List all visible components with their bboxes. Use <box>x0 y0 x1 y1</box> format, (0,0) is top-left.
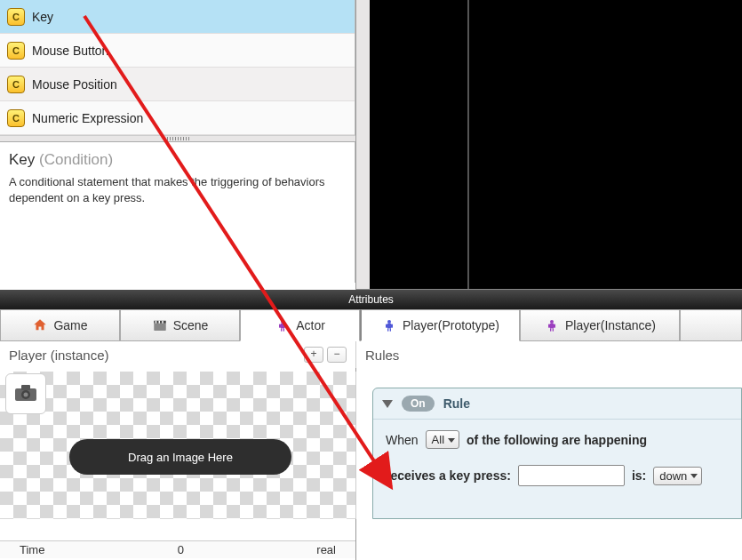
svg-rect-18 <box>550 324 554 328</box>
tab-game[interactable]: Game <box>0 309 120 341</box>
condition-item-numeric-expression[interactable]: C Numeric Expression <box>0 101 355 135</box>
collapse-icon[interactable] <box>382 400 393 408</box>
svg-rect-19 <box>548 324 550 328</box>
when-tail-label: of the following are happening <box>467 433 647 447</box>
svg-rect-2 <box>155 321 156 324</box>
svg-rect-0 <box>154 324 166 331</box>
svg-point-5 <box>281 320 284 324</box>
description-panel: Key (Condition) A conditional statement … <box>0 142 355 283</box>
svg-point-11 <box>387 320 391 324</box>
stage-preview[interactable] <box>356 0 742 290</box>
svg-rect-24 <box>21 385 30 390</box>
key-state-select[interactable]: down <box>653 467 702 485</box>
rule-title: Rule <box>443 396 470 411</box>
svg-rect-12 <box>387 324 391 328</box>
svg-rect-4 <box>162 321 164 324</box>
condition-icon: C <box>7 76 25 93</box>
tab-label: Game <box>53 318 87 332</box>
svg-rect-15 <box>387 328 388 331</box>
tab-actor[interactable]: Actor <box>240 309 360 341</box>
remove-button[interactable]: − <box>327 347 347 363</box>
instance-title: Player (instance) <box>9 348 109 363</box>
timeline-value: 0 <box>178 543 184 556</box>
home-icon <box>32 317 48 333</box>
description-text: A conditional statement that makes the t… <box>9 174 346 205</box>
description-title: Key (Condition) <box>9 151 346 169</box>
condition-label: Numeric Expression <box>32 111 143 125</box>
description-title-sub: (Condition) <box>39 151 113 168</box>
is-label: is: <box>632 468 646 483</box>
person-icon <box>544 317 560 333</box>
condition-label: Mouse Button <box>32 44 108 58</box>
condition-icon: C <box>7 109 25 127</box>
condition-label: Mouse Position <box>32 77 117 92</box>
rules-header: Rules <box>365 348 399 363</box>
svg-rect-9 <box>281 328 282 331</box>
tab-label: Scene <box>173 318 209 332</box>
resize-handle[interactable] <box>0 135 355 142</box>
condition-item-mouse-button[interactable]: C Mouse Button <box>0 34 355 68</box>
condition-icon: C <box>7 8 25 26</box>
key-input[interactable] <box>518 465 625 486</box>
svg-rect-10 <box>283 328 284 331</box>
svg-rect-7 <box>279 324 281 328</box>
actor-image-drop[interactable]: Drag an Image Here <box>0 372 355 519</box>
svg-rect-13 <box>386 324 387 328</box>
tab-label: Player(Instance) <box>565 318 656 332</box>
svg-point-17 <box>550 320 554 324</box>
drag-image-placeholder: Drag an Image Here <box>69 439 291 475</box>
condition-key-label: receives a key press: <box>386 468 511 483</box>
when-label: When <box>386 433 419 447</box>
person-icon <box>275 317 291 333</box>
svg-rect-20 <box>554 324 555 328</box>
svg-rect-6 <box>281 324 284 328</box>
tab-blank <box>680 309 742 341</box>
clapper-icon <box>152 317 168 333</box>
tab-label: Actor <box>296 318 325 332</box>
svg-rect-14 <box>391 324 393 328</box>
condition-label: Key <box>32 10 53 24</box>
svg-rect-21 <box>550 328 551 331</box>
tab-scene[interactable]: Scene <box>120 309 240 341</box>
rule-panel: On Rule When All of the following are ha… <box>372 388 742 519</box>
condition-icon: C <box>7 42 25 60</box>
actor-thumbnail[interactable] <box>5 373 46 414</box>
svg-rect-3 <box>158 321 160 324</box>
rule-enabled-toggle[interactable]: On <box>402 396 435 412</box>
svg-rect-8 <box>284 324 286 328</box>
when-mode-select[interactable]: All <box>426 430 459 449</box>
tab-player-prototype[interactable]: Player(Prototype) <box>360 309 520 341</box>
svg-point-26 <box>24 393 28 397</box>
tab-player-instance[interactable]: Player(Instance) <box>520 309 680 341</box>
svg-rect-22 <box>553 328 554 331</box>
add-button[interactable]: + <box>304 347 323 363</box>
rule-header[interactable]: On Rule <box>373 388 741 420</box>
timeline-type-label: real <box>316 543 336 556</box>
condition-item-key[interactable]: C Key <box>0 0 355 34</box>
svg-rect-16 <box>390 328 391 331</box>
condition-item-mouse-position[interactable]: C Mouse Position <box>0 68 355 101</box>
description-title-main: Key <box>9 151 35 168</box>
conditions-list: C Key C Mouse Button C Mouse Position C … <box>0 0 355 135</box>
person-icon <box>381 317 397 333</box>
attributes-bar: Attributes <box>0 290 742 309</box>
timeline-time-label: Time <box>20 543 44 556</box>
tab-label: Player(Prototype) <box>403 318 499 332</box>
